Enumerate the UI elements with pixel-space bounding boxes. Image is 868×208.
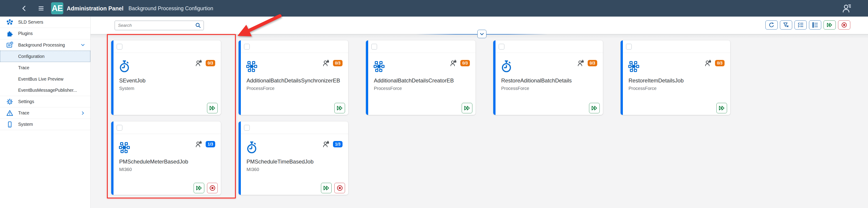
card-header (623, 40, 730, 53)
card-meta: 1/3 (195, 141, 215, 148)
run-job-button[interactable] (194, 183, 204, 193)
user-lock-icon (323, 60, 329, 66)
user-lock-icon (705, 60, 711, 66)
job-title: RestoreItemDetailsJob (628, 78, 684, 84)
card-actions (321, 183, 345, 193)
sidebar-item-settings[interactable]: Settings (0, 96, 90, 108)
job-namespace: ProcessForce (628, 86, 656, 91)
stop-job-button[interactable] (334, 183, 345, 193)
job-namespace: ProcessForce (501, 86, 529, 91)
card-checkbox[interactable] (117, 44, 122, 50)
card-meta: 0/3 (705, 60, 724, 66)
job-namespace: ProcessForce (247, 86, 274, 91)
job-namespace: MI360 (119, 167, 132, 172)
card-checkbox[interactable] (371, 44, 377, 50)
job-title: AdditionalBatchDetailsCreatorEB (374, 78, 454, 84)
job-card-additionalbatchdetailssynchronizereb[interactable]: 0/3 AdditionalBatchDetailsSynchronizerEB… (239, 40, 348, 115)
run-job-button[interactable] (462, 103, 472, 113)
sidebar-item-eventbus-message-publisher[interactable]: EventBusMessagePublisher... (0, 85, 90, 96)
card-meta: 0/3 (578, 60, 597, 66)
user-lock-icon (450, 60, 457, 66)
status-badge: 0/3 (588, 60, 597, 66)
sidebar-item-plugins[interactable]: Plugins (0, 28, 90, 39)
run-icon (464, 105, 470, 112)
shell-header: AE Administration Panel Background Proce… (0, 0, 868, 17)
run-job-button[interactable] (716, 103, 727, 113)
stopwatch-icon (501, 60, 512, 73)
network-icon (119, 142, 130, 154)
sidebar-item-trace[interactable]: Trace (0, 108, 90, 119)
sidebar-item-configuration[interactable]: Configuration (0, 51, 90, 62)
job-card-additionalbatchdetailscreatoreb[interactable]: 0/3 AdditionalBatchDetailsCreatorEB Proc… (366, 40, 475, 115)
job-card-pmschedulemeterbasedjob[interactable]: 1/3 PMScheduleMeterBasedJob MI360 (111, 121, 221, 195)
stop-icon (841, 22, 847, 28)
card-header (114, 40, 221, 53)
menu-icon[interactable] (37, 5, 45, 11)
application-window: AE Administration Panel Background Proce… (0, 0, 868, 208)
card-actions (207, 103, 218, 113)
multi-select-button[interactable] (795, 21, 807, 30)
run-icon (209, 105, 216, 112)
card-accent-bar (111, 121, 114, 195)
job-namespace: MI360 (247, 167, 259, 172)
card-checkbox[interactable] (117, 125, 122, 130)
card-checkbox[interactable] (244, 125, 250, 130)
search-input[interactable] (115, 23, 195, 28)
sidebar-item-trace-sub[interactable]: Trace (0, 62, 90, 73)
card-actions (589, 103, 600, 113)
sidebar-item-system[interactable]: System (0, 119, 90, 130)
clear-filter-button[interactable] (780, 21, 792, 30)
card-accent-bar (493, 40, 496, 115)
stop-selected-button[interactable] (838, 21, 850, 30)
list-select-button[interactable] (809, 21, 821, 30)
job-title: PMScheduleMeterBasedJob (119, 158, 188, 165)
settings-icon (6, 98, 13, 105)
user-lock-icon (323, 141, 329, 148)
job-card-restoreitemdetailsjob[interactable]: 0/3 RestoreItemDetailsJob ProcessForce (621, 40, 730, 115)
job-namespace: ProcessForce (374, 86, 402, 91)
expand-header-button[interactable] (477, 30, 487, 38)
job-card-restoreaditionalbatchdetails[interactable]: 0/3 RestoreAditionalBatchDetails Process… (493, 40, 603, 115)
back-icon[interactable] (21, 5, 27, 12)
card-checkbox[interactable] (499, 44, 504, 50)
run-job-button[interactable] (207, 103, 218, 113)
search-icon[interactable] (195, 22, 202, 29)
search-box (115, 21, 204, 30)
user-menu-icon[interactable] (842, 3, 852, 13)
card-accent-bar (239, 121, 241, 195)
card-meta: 0/3 (195, 60, 215, 66)
job-title: AdditionalBatchDetailsSynchronizerEB (247, 78, 340, 84)
card-accent-bar (621, 40, 623, 115)
refresh-button[interactable] (766, 21, 778, 30)
card-meta: 0/3 (323, 60, 343, 66)
run-job-button[interactable] (334, 103, 345, 113)
stop-job-button[interactable] (207, 183, 218, 193)
job-card-seventjob[interactable]: 0/3 SEventJob System (111, 40, 221, 115)
card-header (368, 40, 475, 53)
card-checkbox[interactable] (626, 44, 632, 50)
status-badge: 0/3 (206, 60, 215, 66)
chevron-right-icon (80, 111, 85, 116)
sidebar-item-background-processing[interactable]: Background Processing (0, 39, 90, 51)
stop-icon (336, 185, 343, 191)
status-badge: 0/3 (460, 60, 470, 66)
card-checkbox[interactable] (244, 44, 250, 50)
job-card-pmscheduletimebasedjob[interactable]: 1/3 PMScheduleTimeBasedJob MI360 (239, 121, 348, 195)
card-meta: 0/3 (450, 60, 470, 66)
plugins-icon (6, 30, 13, 37)
background-processing-icon (6, 41, 13, 48)
card-header (241, 40, 348, 53)
run-icon (196, 185, 203, 191)
page-subtitle: Background Processing Configurtion (128, 5, 213, 11)
list-icon (812, 22, 818, 28)
run-job-button[interactable] (321, 183, 332, 193)
sidebar-item-sld-servers[interactable]: SLD Servers (0, 17, 90, 28)
run-selected-button[interactable] (824, 21, 836, 30)
run-job-button[interactable] (589, 103, 600, 113)
card-actions (462, 103, 472, 113)
stop-icon (209, 185, 216, 191)
card-header (496, 40, 603, 53)
app-logo[interactable]: AE (51, 2, 63, 14)
sidebar-item-eventbus-live-preview[interactable]: EventBus Live Preview (0, 73, 90, 85)
card-actions (194, 183, 218, 193)
